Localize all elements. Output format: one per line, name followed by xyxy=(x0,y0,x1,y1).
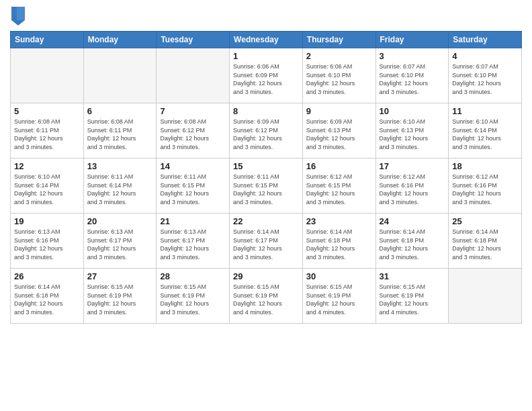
calendar-cell: 8Sunrise: 6:09 AM Sunset: 6:12 PM Daylig… xyxy=(230,103,303,158)
calendar-cell: 27Sunrise: 6:15 AM Sunset: 6:19 PM Dayli… xyxy=(83,269,157,324)
day-info: Sunrise: 6:13 AM Sunset: 6:17 PM Dayligh… xyxy=(87,228,153,261)
day-info: Sunrise: 6:07 AM Sunset: 6:10 PM Dayligh… xyxy=(380,62,445,96)
calendar-cell: 26Sunrise: 6:14 AM Sunset: 6:18 PM Dayli… xyxy=(11,269,84,324)
day-number: 13 xyxy=(87,161,153,171)
calendar-cell: 21Sunrise: 6:13 AM Sunset: 6:17 PM Dayli… xyxy=(157,214,230,269)
day-info: Sunrise: 6:12 AM Sunset: 6:16 PM Dayligh… xyxy=(380,173,445,206)
day-info: Sunrise: 6:14 AM Sunset: 6:18 PM Dayligh… xyxy=(452,228,518,261)
day-number: 12 xyxy=(14,161,80,171)
weekday-header: Saturday xyxy=(449,32,522,48)
calendar-cell xyxy=(449,269,522,324)
logo-icon xyxy=(11,7,25,26)
day-number: 19 xyxy=(14,216,80,226)
calendar-cell: 1Sunrise: 6:06 AM Sunset: 6:09 PM Daylig… xyxy=(230,48,303,103)
day-info: Sunrise: 6:10 AM Sunset: 6:14 PM Dayligh… xyxy=(452,118,518,151)
day-number: 21 xyxy=(160,216,226,226)
day-info: Sunrise: 6:08 AM Sunset: 6:12 PM Dayligh… xyxy=(160,118,226,151)
calendar-cell: 6Sunrise: 6:08 AM Sunset: 6:11 PM Daylig… xyxy=(83,103,157,158)
calendar-cell: 28Sunrise: 6:15 AM Sunset: 6:19 PM Dayli… xyxy=(157,269,230,324)
day-info: Sunrise: 6:08 AM Sunset: 6:11 PM Dayligh… xyxy=(14,118,80,151)
day-number: 15 xyxy=(233,161,299,171)
day-info: Sunrise: 6:15 AM Sunset: 6:19 PM Dayligh… xyxy=(233,283,299,316)
day-info: Sunrise: 6:06 AM Sunset: 6:10 PM Dayligh… xyxy=(306,62,372,96)
day-number: 26 xyxy=(14,271,80,281)
day-number: 2 xyxy=(306,51,372,61)
weekday-header: Monday xyxy=(83,32,157,48)
calendar-week-row: 12Sunrise: 6:10 AM Sunset: 6:14 PM Dayli… xyxy=(11,158,522,214)
calendar-cell: 18Sunrise: 6:12 AM Sunset: 6:16 PM Dayli… xyxy=(449,158,522,214)
day-info: Sunrise: 6:15 AM Sunset: 6:19 PM Dayligh… xyxy=(380,283,445,316)
day-info: Sunrise: 6:14 AM Sunset: 6:18 PM Dayligh… xyxy=(380,228,445,261)
calendar-cell: 30Sunrise: 6:15 AM Sunset: 6:19 PM Dayli… xyxy=(302,269,375,324)
day-number: 5 xyxy=(14,106,80,116)
day-info: Sunrise: 6:15 AM Sunset: 6:19 PM Dayligh… xyxy=(160,283,226,316)
day-number: 24 xyxy=(380,216,445,226)
day-number: 11 xyxy=(452,106,518,116)
day-number: 29 xyxy=(233,271,299,281)
day-info: Sunrise: 6:14 AM Sunset: 6:17 PM Dayligh… xyxy=(233,228,299,261)
calendar-cell: 17Sunrise: 6:12 AM Sunset: 6:16 PM Dayli… xyxy=(375,158,449,214)
day-number: 1 xyxy=(233,51,299,61)
calendar-cell: 23Sunrise: 6:14 AM Sunset: 6:18 PM Dayli… xyxy=(302,214,375,269)
calendar-cell: 13Sunrise: 6:11 AM Sunset: 6:14 PM Dayli… xyxy=(83,158,157,214)
day-number: 3 xyxy=(380,51,445,61)
calendar-cell: 20Sunrise: 6:13 AM Sunset: 6:17 PM Dayli… xyxy=(83,214,157,269)
day-info: Sunrise: 6:13 AM Sunset: 6:17 PM Dayligh… xyxy=(160,228,226,261)
calendar-week-row: 19Sunrise: 6:13 AM Sunset: 6:16 PM Dayli… xyxy=(11,214,522,269)
day-info: Sunrise: 6:15 AM Sunset: 6:19 PM Dayligh… xyxy=(87,283,153,316)
day-number: 25 xyxy=(452,216,518,226)
weekday-header: Tuesday xyxy=(157,32,230,48)
calendar-table: SundayMondayTuesdayWednesdayThursdayFrid… xyxy=(10,31,522,324)
day-info: Sunrise: 6:10 AM Sunset: 6:13 PM Dayligh… xyxy=(380,118,445,151)
calendar-cell: 19Sunrise: 6:13 AM Sunset: 6:16 PM Dayli… xyxy=(11,214,84,269)
calendar-week-row: 26Sunrise: 6:14 AM Sunset: 6:18 PM Dayli… xyxy=(11,269,522,324)
calendar-cell: 5Sunrise: 6:08 AM Sunset: 6:11 PM Daylig… xyxy=(11,103,84,158)
calendar-cell: 12Sunrise: 6:10 AM Sunset: 6:14 PM Dayli… xyxy=(11,158,84,214)
day-info: Sunrise: 6:08 AM Sunset: 6:11 PM Dayligh… xyxy=(87,118,153,151)
calendar-cell: 24Sunrise: 6:14 AM Sunset: 6:18 PM Dayli… xyxy=(375,214,449,269)
calendar-cell: 7Sunrise: 6:08 AM Sunset: 6:12 PM Daylig… xyxy=(157,103,230,158)
calendar-cell: 10Sunrise: 6:10 AM Sunset: 6:13 PM Dayli… xyxy=(375,103,449,158)
day-number: 7 xyxy=(160,106,226,116)
calendar-cell: 9Sunrise: 6:09 AM Sunset: 6:13 PM Daylig… xyxy=(302,103,375,158)
calendar-week-row: 1Sunrise: 6:06 AM Sunset: 6:09 PM Daylig… xyxy=(11,48,522,103)
calendar-cell: 31Sunrise: 6:15 AM Sunset: 6:19 PM Dayli… xyxy=(375,269,449,324)
day-number: 17 xyxy=(380,161,445,171)
calendar-cell: 11Sunrise: 6:10 AM Sunset: 6:14 PM Dayli… xyxy=(449,103,522,158)
weekday-header: Sunday xyxy=(11,32,84,48)
day-number: 28 xyxy=(160,271,226,281)
calendar-cell: 3Sunrise: 6:07 AM Sunset: 6:10 PM Daylig… xyxy=(375,48,449,103)
day-number: 10 xyxy=(380,106,445,116)
calendar-cell: 4Sunrise: 6:07 AM Sunset: 6:10 PM Daylig… xyxy=(449,48,522,103)
calendar-cell: 16Sunrise: 6:12 AM Sunset: 6:15 PM Dayli… xyxy=(302,158,375,214)
day-info: Sunrise: 6:15 AM Sunset: 6:19 PM Dayligh… xyxy=(306,283,372,316)
calendar-cell xyxy=(83,48,157,103)
day-info: Sunrise: 6:10 AM Sunset: 6:14 PM Dayligh… xyxy=(14,173,80,206)
day-info: Sunrise: 6:09 AM Sunset: 6:12 PM Dayligh… xyxy=(233,118,299,151)
day-number: 27 xyxy=(87,271,153,281)
day-number: 8 xyxy=(233,106,299,116)
day-number: 22 xyxy=(233,216,299,226)
day-number: 9 xyxy=(306,106,372,116)
calendar-cell: 25Sunrise: 6:14 AM Sunset: 6:18 PM Dayli… xyxy=(449,214,522,269)
day-info: Sunrise: 6:14 AM Sunset: 6:18 PM Dayligh… xyxy=(306,228,372,261)
day-info: Sunrise: 6:13 AM Sunset: 6:16 PM Dayligh… xyxy=(14,228,80,261)
day-number: 16 xyxy=(306,161,372,171)
day-number: 23 xyxy=(306,216,372,226)
calendar-cell: 15Sunrise: 6:11 AM Sunset: 6:15 PM Dayli… xyxy=(230,158,303,214)
weekday-header: Wednesday xyxy=(230,32,303,48)
calendar-cell: 14Sunrise: 6:11 AM Sunset: 6:15 PM Dayli… xyxy=(157,158,230,214)
day-info: Sunrise: 6:09 AM Sunset: 6:13 PM Dayligh… xyxy=(306,118,372,151)
calendar-header-row: SundayMondayTuesdayWednesdayThursdayFrid… xyxy=(11,32,522,48)
calendar-cell: 22Sunrise: 6:14 AM Sunset: 6:17 PM Dayli… xyxy=(230,214,303,269)
day-info: Sunrise: 6:12 AM Sunset: 6:15 PM Dayligh… xyxy=(306,173,372,206)
day-number: 30 xyxy=(306,271,372,281)
weekday-header: Friday xyxy=(375,32,449,48)
day-number: 20 xyxy=(87,216,153,226)
weekday-header: Thursday xyxy=(302,32,375,48)
logo xyxy=(10,7,25,26)
day-info: Sunrise: 6:11 AM Sunset: 6:15 PM Dayligh… xyxy=(160,173,226,206)
day-number: 18 xyxy=(452,161,518,171)
calendar-cell: 2Sunrise: 6:06 AM Sunset: 6:10 PM Daylig… xyxy=(302,48,375,103)
day-info: Sunrise: 6:14 AM Sunset: 6:18 PM Dayligh… xyxy=(14,283,80,316)
